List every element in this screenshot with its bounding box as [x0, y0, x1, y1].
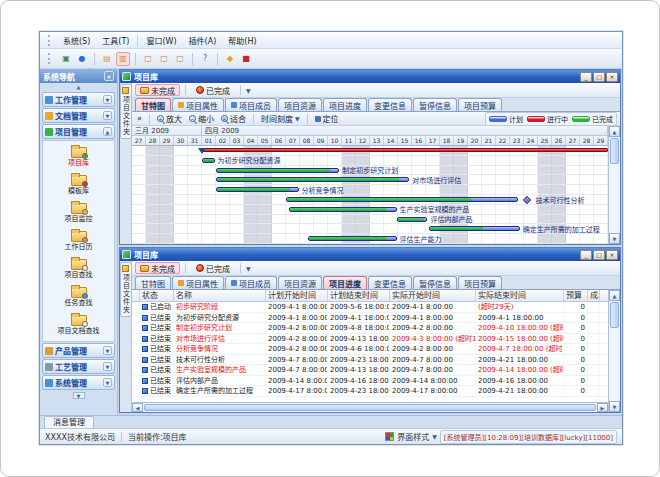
scroll-left-arrow[interactable]: ◀: [132, 403, 143, 412]
tab-5[interactable]: 项目进度: [323, 98, 367, 111]
scroll-thumb[interactable]: [144, 404, 596, 411]
column-header-5[interactable]: 实际开始时间: [390, 290, 476, 301]
sidebar-item-2[interactable]: 模板库: [43, 171, 114, 199]
gantt-task-bar[interactable]: [289, 207, 397, 212]
sidebar-item-5[interactable]: 项目查找: [43, 255, 114, 283]
sidebar-group-top-1[interactable]: 文档管理▼: [42, 108, 115, 123]
gantt-task-bar[interactable]: [202, 158, 215, 163]
sidebar-group-bottom-2[interactable]: 系统管理▼: [42, 375, 115, 390]
tab-1[interactable]: 甘特图: [135, 98, 171, 111]
scroll-up-arrow[interactable]: ▲: [609, 290, 620, 301]
filter-finished-button[interactable]: 已完成: [191, 262, 235, 274]
gantt-task-bar[interactable]: [216, 168, 339, 173]
sidebar-group-bottom-0[interactable]: 产品管理▼: [42, 343, 115, 358]
fit-button[interactable]: ※适合: [219, 113, 248, 124]
sidebar-item-4[interactable]: 工作日历: [43, 227, 114, 255]
sidebar-item-3[interactable]: 项目监控: [43, 199, 114, 227]
zoom-out-button[interactable]: −缩小: [187, 113, 216, 124]
sidebar-scroll-up[interactable]: ▲: [40, 83, 117, 91]
table-row[interactable]: 已结束生产实验室规模的产品2009-4-7 8:00:002009-4-13 1…: [132, 365, 608, 376]
row-selector-cell[interactable]: [132, 334, 140, 344]
sidebar-item-1[interactable]: 项目库: [43, 143, 114, 171]
gantt-task-bar[interactable]: [216, 177, 409, 182]
gantt-task-bar[interactable]: [202, 148, 608, 152]
minimize-button[interactable]: _: [580, 250, 592, 260]
locate-button[interactable]: 定位: [313, 113, 341, 124]
sidebar-scroll-down[interactable]: ▼: [73, 392, 85, 399]
project-folder-tab[interactable]: 项目文件夹: [120, 262, 132, 317]
scroll-down-arrow[interactable]: ▼: [609, 401, 620, 412]
table-horizontal-scrollbar[interactable]: ◀ ▶: [132, 402, 608, 412]
zoom-in-button[interactable]: +放大: [155, 113, 184, 124]
minimize-button[interactable]: _: [580, 72, 592, 82]
window-titlebar[interactable]: 项目库 _ □ ×: [120, 70, 620, 83]
tab-7[interactable]: 暂停信息: [413, 98, 457, 111]
doc-new-icon[interactable]: ▢: [141, 52, 155, 66]
column-header-2[interactable]: 名称: [174, 290, 266, 301]
tab-5[interactable]: 项目进度: [323, 276, 367, 289]
scroll-thumb[interactable]: [610, 138, 619, 164]
gantt-chart[interactable]: 三月 2009四月 2009 2728293031010203040506070…: [132, 126, 608, 244]
workstation-icon[interactable]: ▣: [59, 52, 73, 66]
row-selector-cell[interactable]: [132, 323, 140, 333]
tab-1[interactable]: 甘特图: [135, 276, 171, 289]
toolbar-overflow-icon[interactable]: ▼: [246, 87, 251, 94]
table-row[interactable]: 已结束评估内部产品2009-4-14 8:00:002009-4-16 18:0…: [132, 376, 608, 387]
scroll-down-arrow[interactable]: ▼: [609, 233, 620, 244]
time-scale-button[interactable]: 时间刻度▼: [259, 113, 302, 124]
filter-finished-button[interactable]: 已完成: [191, 84, 235, 96]
filter-unfinished-button[interactable]: 未完成: [135, 262, 180, 274]
sidebar-group-top-0[interactable]: 工作管理▼: [42, 92, 115, 107]
restore-button[interactable]: □: [593, 72, 605, 82]
tab-6[interactable]: 变更信息: [368, 98, 412, 111]
tab-3[interactable]: 项目成员: [225, 276, 277, 289]
chevron-down-icon[interactable]: ▼: [103, 362, 112, 371]
close-button[interactable]: ×: [606, 72, 618, 82]
gantt-task-bar[interactable]: [286, 197, 518, 202]
chevron-down-icon[interactable]: ▼: [103, 378, 112, 387]
chevron-down-icon[interactable]: ▼: [103, 346, 112, 355]
table-row[interactable]: 已结束制定初步研究计划2009-4-2 8:00:002009-4-8 18:0…: [132, 323, 608, 334]
doc-add-icon[interactable]: ▢: [157, 52, 171, 66]
tab-3[interactable]: 项目成员: [225, 98, 277, 111]
sidebar-item-7[interactable]: 项目文档查找: [43, 311, 114, 339]
tab-message-management[interactable]: 消息管理: [44, 416, 94, 428]
menu-item-3[interactable]: 窗口(W): [140, 34, 182, 47]
table-vertical-scrollbar[interactable]: ▲ ▼: [608, 290, 620, 412]
close-button[interactable]: ×: [606, 250, 618, 260]
tab-7[interactable]: 暂停信息: [413, 276, 457, 289]
table-row[interactable]: 已启动初步研究阶段2009-4-1 8:00:002009-5-6 18:00:…: [132, 302, 608, 313]
chevron-down-icon[interactable]: ▼: [103, 111, 112, 120]
folder-open-icon[interactable]: ▤: [100, 52, 114, 66]
filter-unfinished-button[interactable]: 未完成: [135, 84, 180, 96]
row-selector-cell[interactable]: [132, 355, 140, 365]
gantt-task-bar[interactable]: [429, 226, 520, 231]
toolbar-overflow-icon[interactable]: ▼: [246, 265, 251, 272]
table-row[interactable]: 已结束为初步研究分配资源2009-4-1 8:00:002009-4-1 18:…: [132, 313, 608, 324]
table-row[interactable]: 已结束技术可行性分析2009-4-7 8:00:002009-4-23 18:0…: [132, 355, 608, 366]
sidebar-item-6[interactable]: 任务查找: [43, 283, 114, 311]
doc-delete-icon[interactable]: ▢: [173, 52, 187, 66]
tab-4[interactable]: 项目资源: [278, 98, 322, 111]
row-selector-cell[interactable]: [132, 313, 140, 323]
row-selector-cell[interactable]: [132, 302, 140, 312]
scroll-up-arrow[interactable]: ▲: [609, 126, 620, 137]
table-row[interactable]: 已结束对市场进行评估2009-4-2 8:00:002009-4-13 18:0…: [132, 334, 608, 345]
folder-save-icon[interactable]: ▥: [116, 52, 130, 66]
gantt-vertical-scrollbar[interactable]: ▲ ▼: [608, 126, 620, 244]
column-header-4[interactable]: 计划结束时间: [328, 290, 390, 301]
column-header-3[interactable]: 计划开始时间: [266, 290, 328, 301]
gantt-task-bar[interactable]: [308, 236, 396, 241]
chevron-up-icon[interactable]: ▲: [103, 127, 112, 136]
chevron-down-icon[interactable]: ▼: [432, 433, 437, 440]
tab-2[interactable]: 项目属性: [172, 98, 224, 111]
menu-item-4[interactable]: 插件(A): [183, 34, 223, 47]
globe-icon[interactable]: ●: [75, 52, 89, 66]
row-selector-cell[interactable]: [132, 365, 140, 375]
sidebar-group-bottom-1[interactable]: 工艺管理▼: [42, 359, 115, 374]
menu-item-5[interactable]: 帮助(H): [222, 34, 262, 47]
window-titlebar[interactable]: 项目库 _ □ ×: [120, 248, 620, 261]
help-icon[interactable]: ?: [198, 52, 212, 66]
column-header-1[interactable]: 状态: [140, 290, 174, 301]
project-folder-tab[interactable]: 项目文件夹: [120, 84, 132, 139]
